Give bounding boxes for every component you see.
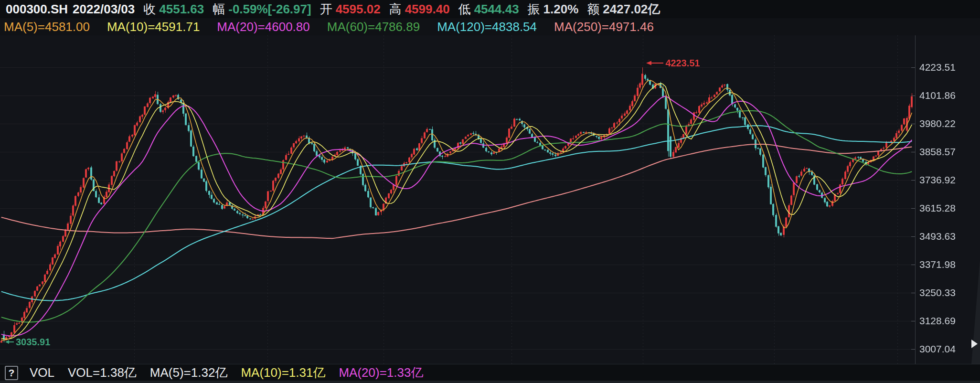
quote-bar: 000300.SH 2022/03/03 收 4551.63 幅 -0.59%[…: [0, 0, 980, 18]
quote-field-low: 低 4544.43: [458, 1, 519, 18]
ma250-legend: MA(250)=4971.46: [554, 20, 654, 34]
vol-ma20-value: MA(20)=1.33亿: [339, 364, 423, 381]
y-axis-label: 4101.86: [919, 89, 977, 102]
quote-field-amplitude: 振 1.20%: [528, 1, 579, 18]
symbol-code: 000300.SH: [6, 2, 68, 17]
kline-app-window: 000300.SH 2022/03/03 收 4551.63 幅 -0.59%[…: [0, 0, 980, 383]
y-axis-label: 3736.92: [919, 174, 977, 186]
vol-value: VOL=1.38亿: [68, 364, 137, 381]
y-axis-label: 3858.57: [919, 146, 977, 158]
left-arrow-icon: [646, 60, 664, 66]
y-axis-label: 3615.28: [919, 202, 977, 214]
kline-canvas[interactable]: [0, 35, 980, 364]
y-axis-label: 4223.51: [919, 61, 977, 74]
left-arrow-icon: [5, 339, 14, 345]
volume-pane-label[interactable]: VOL: [30, 365, 54, 380]
quote-field-change: 幅 -0.59%[-26.97]: [213, 1, 311, 18]
vol-ma5-value: MA(5)=1.32亿: [150, 364, 228, 381]
quote-field-high: 高 4599.40: [389, 1, 450, 18]
y-axis-label: 3980.22: [919, 117, 977, 130]
ma20-legend: MA(20)=4600.80: [217, 20, 309, 34]
y-axis-label: 3128.69: [919, 315, 977, 327]
period-high-marker: 4223.51: [646, 58, 700, 69]
y-axis-label: 3493.63: [919, 230, 977, 243]
scroll-right-handle[interactable]: [971, 340, 978, 348]
bottom-scroll-track[interactable]: [0, 381, 980, 383]
volume-legend-bar: ? VOL VOL=1.38亿 MA(5)=1.32亿 MA(10)=1.31亿…: [0, 364, 980, 381]
ma120-legend: MA(120)=4838.54: [437, 20, 537, 34]
y-axis-label: 3371.98: [919, 258, 977, 271]
quote-field-close: 收 4551.63: [143, 1, 204, 18]
ma60-legend: MA(60)=4786.89: [327, 20, 420, 34]
ma-legend-bar: MA(5)=4581.00 MA(10)=4591.71 MA(20)=4600…: [0, 18, 980, 36]
help-button[interactable]: ?: [5, 366, 18, 380]
vol-ma10-value: MA(10)=1.31亿: [241, 364, 325, 381]
quote-field-open: 开 4595.02: [320, 1, 381, 18]
y-axis-label: 3007.04: [919, 343, 977, 355]
ma5-legend: MA(5)=4581.00: [4, 20, 90, 34]
kline-chart-area: 4223.51 4101.86 3980.22 3858.57 3736.92 …: [0, 35, 980, 364]
y-axis-label: 3250.33: [919, 287, 977, 299]
ma10-legend: MA(10)=4591.71: [107, 20, 200, 34]
period-low-marker: 3035.91: [5, 337, 50, 348]
quote-date: 2022/03/03: [73, 2, 135, 17]
quote-field-turnover: 额 2427.02亿: [587, 1, 660, 18]
